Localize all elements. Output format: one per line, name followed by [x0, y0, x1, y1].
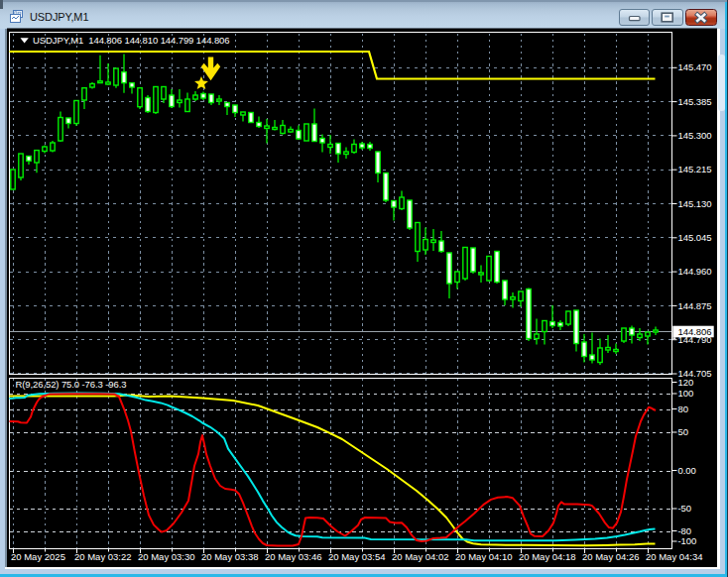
svg-text:20 May 03:54: 20 May 03:54 — [328, 551, 386, 562]
svg-text:20 May 04:18: 20 May 04:18 — [519, 551, 576, 562]
svg-text:20 May 03:46: 20 May 03:46 — [265, 551, 322, 562]
svg-text:145.385: 145.385 — [678, 96, 712, 107]
svg-text:100: 100 — [678, 388, 694, 399]
svg-text:20 May 03:30: 20 May 03:30 — [138, 551, 195, 562]
svg-text:20 May 04:10: 20 May 04:10 — [455, 551, 513, 562]
svg-text:145.130: 145.130 — [678, 198, 712, 209]
svg-text:50: 50 — [678, 426, 688, 437]
svg-text:USDJPY,M1 144.806 144.810 144: USDJPY,M1 144.806 144.810 144.799 144.80… — [33, 35, 229, 46]
svg-text:20 May 03:22: 20 May 03:22 — [74, 551, 132, 562]
svg-text:20 May 04:26: 20 May 04:26 — [582, 551, 640, 562]
svg-text:145.300: 145.300 — [678, 130, 712, 141]
svg-text:-50: -50 — [678, 503, 692, 514]
svg-text:20 May 2025: 20 May 2025 — [11, 551, 65, 562]
svg-text:145.215: 145.215 — [678, 164, 712, 174]
svg-text:20 May 04:34: 20 May 04:34 — [646, 551, 703, 562]
svg-text:144.806: 144.806 — [678, 326, 712, 337]
svg-text:144.875: 144.875 — [678, 300, 712, 311]
svg-text:20 May 03:38: 20 May 03:38 — [201, 551, 259, 562]
svg-text:145.470: 145.470 — [678, 61, 712, 72]
svg-text:-80: -80 — [678, 525, 692, 536]
svg-text:145.045: 145.045 — [678, 232, 712, 243]
svg-text:144.960: 144.960 — [678, 266, 712, 277]
svg-text:0.00: 0.00 — [678, 465, 696, 476]
svg-text:20 May 04:02: 20 May 04:02 — [392, 551, 449, 562]
svg-text:120: 120 — [678, 377, 694, 388]
svg-text:-100: -100 — [678, 535, 697, 546]
svg-text:R(9,26,52) 75.0 -76.3 -96.3: R(9,26,52) 75.0 -76.3 -96.3 — [16, 379, 127, 390]
svg-text:80: 80 — [678, 404, 688, 414]
